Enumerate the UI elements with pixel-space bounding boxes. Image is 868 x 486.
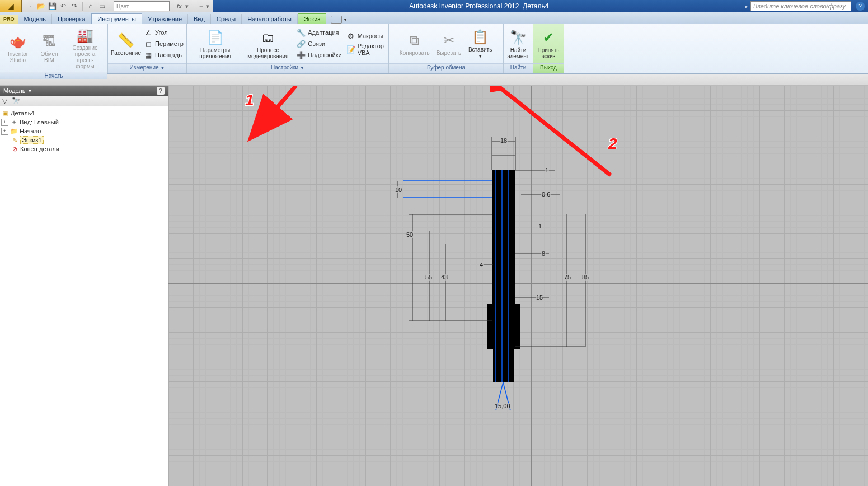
panel-settings: 📄Параметры приложения 🗂Процесс моделиров… bbox=[187, 24, 389, 73]
tab-check[interactable]: Проверка bbox=[52, 14, 91, 24]
dim-1b[interactable]: 1 bbox=[538, 223, 542, 230]
expand-icon[interactable]: + bbox=[1, 119, 8, 126]
ribbon: 🫖Inventor Studio 🏗Обмен BIM 🏭Создание пр… bbox=[0, 24, 868, 74]
macros-button[interactable]: ⚙Макросы bbox=[345, 31, 385, 41]
distance-button[interactable]: 📏Расстояние bbox=[111, 30, 140, 57]
redo-icon[interactable]: ↷ bbox=[70, 2, 79, 11]
dim-55[interactable]: 55 bbox=[425, 274, 433, 281]
macros-icon: ⚙ bbox=[346, 31, 355, 40]
expand-icon[interactable]: + bbox=[1, 128, 8, 135]
bim-icon: 🏗 bbox=[40, 32, 58, 50]
search-input[interactable]: Введите ключевое слово/фразу bbox=[750, 1, 851, 11]
mold-project-button[interactable]: 🏭Создание проекта пресс-формы bbox=[66, 25, 104, 71]
perimeter-button[interactable]: ◻Периметр bbox=[143, 39, 185, 49]
adaptation-button[interactable]: 🔧Адаптация bbox=[295, 27, 342, 38]
panel-title-measure[interactable]: Измерение▼ bbox=[108, 63, 186, 73]
view-icon: ⌖ bbox=[10, 118, 18, 126]
sketch-icon: ✎ bbox=[11, 136, 18, 144]
check-icon: ✔ bbox=[539, 29, 557, 46]
links-button[interactable]: 🔗Связи bbox=[295, 39, 342, 49]
new-icon[interactable]: ▫ bbox=[25, 2, 34, 11]
find-button[interactable]: 🔭Найти элемент bbox=[504, 27, 533, 60]
panel-title-clipboard: Буфер обмена bbox=[389, 63, 503, 73]
open-icon[interactable]: 📂 bbox=[36, 2, 45, 11]
tree-root[interactable]: ▣Деталь4 bbox=[1, 109, 167, 118]
panel-begin: 🫖Inventor Studio 🏗Обмен BIM 🏭Создание пр… bbox=[0, 24, 108, 73]
inventor-studio-button[interactable]: 🫖Inventor Studio bbox=[3, 31, 32, 64]
angle-button[interactable]: ∠Угол bbox=[143, 27, 185, 38]
dim-1500[interactable]: 15,00 bbox=[494, 403, 511, 409]
annotation-1: 1 bbox=[245, 91, 254, 109]
copy-icon: ⧉ bbox=[406, 31, 424, 49]
panel-title-begin: Начать bbox=[0, 72, 107, 79]
tree-origin[interactable]: +📁Начало bbox=[1, 127, 167, 135]
model-tree: ▣Деталь4 +⌖Вид: Главный +📁Начало ✎Эскиз1… bbox=[0, 106, 168, 156]
dim-43[interactable]: 43 bbox=[440, 274, 448, 281]
angle-icon: ∠ bbox=[144, 28, 153, 37]
find-small-icon[interactable]: 🔭 bbox=[12, 97, 20, 105]
tab-tools[interactable]: Инструменты bbox=[91, 13, 142, 24]
binoculars-icon: 🔭 bbox=[509, 29, 527, 46]
annotation-2: 2 bbox=[608, 135, 617, 153]
sketch-canvas[interactable]: 18 1 0,6 1 10 50 4 8 55 43 75 85 15 15,0… bbox=[168, 86, 868, 486]
tab-view[interactable]: Вид bbox=[188, 14, 211, 24]
panel-title-settings[interactable]: Настройки▼ bbox=[187, 63, 388, 73]
home-icon[interactable]: ⌂ bbox=[86, 2, 95, 11]
vba-button[interactable]: 📝Редактор VBA bbox=[345, 42, 385, 57]
filter-icon[interactable]: ▽ bbox=[2, 97, 7, 105]
stop-icon: ⊘ bbox=[11, 145, 18, 153]
tree-end[interactable]: ⊘Конец детали bbox=[1, 144, 167, 153]
tab-manage[interactable]: Управление bbox=[142, 14, 188, 24]
tab-model[interactable]: Модель bbox=[18, 14, 52, 24]
dim-85[interactable]: 85 bbox=[581, 274, 589, 281]
addins-button[interactable]: ➕Надстройки bbox=[295, 50, 342, 60]
select-icon[interactable]: ▭ bbox=[97, 2, 106, 11]
undo-icon[interactable]: ↶ bbox=[59, 2, 68, 11]
folder-icon: 📁 bbox=[10, 127, 18, 135]
dim-4[interactable]: 4 bbox=[479, 261, 484, 268]
browser-toolbar: ▽ 🔭 bbox=[0, 96, 168, 106]
tab-record[interactable]: ▾ bbox=[326, 16, 349, 24]
workspace: Модель▼? ▽ 🔭 ▣Деталь4 +⌖Вид: Главный +📁Н… bbox=[0, 86, 868, 486]
panel-title-exit: Выход bbox=[533, 63, 564, 73]
window-title: Autodesk Inventor Professional 2012 Дета… bbox=[213, 2, 745, 10]
titlebar: ◢ ▫ 📂 💾 ↶ ↷ ⌂ ▭ Цвет fx▾ — ＋ ▾ Autodesk … bbox=[0, 0, 868, 12]
color-selector[interactable]: Цвет bbox=[114, 1, 170, 11]
formula-bar[interactable]: fx▾ — ＋ ▾ bbox=[173, 0, 213, 12]
area-button[interactable]: ▦Площадь bbox=[143, 50, 185, 60]
panel-title-find: Найти bbox=[504, 63, 533, 73]
scissors-icon: ✂ bbox=[440, 31, 458, 49]
bim-exchange-button[interactable]: 🏗Обмен BIM bbox=[35, 31, 64, 64]
help-icon[interactable]: ? bbox=[856, 2, 865, 11]
tab-pro[interactable]: PRO bbox=[0, 15, 18, 24]
tree-sketch[interactable]: ✎Эскиз1 bbox=[1, 135, 167, 144]
dim-75[interactable]: 75 bbox=[564, 274, 571, 281]
tree-view[interactable]: +⌖Вид: Главный bbox=[1, 118, 167, 127]
tab-start[interactable]: Начало работы bbox=[242, 14, 298, 24]
docs-icon: 🗂 bbox=[259, 29, 277, 46]
browser-header[interactable]: Модель▼? bbox=[0, 86, 168, 96]
panel-exit: ✔Принять эскиз Выход bbox=[533, 24, 564, 73]
save-icon[interactable]: 💾 bbox=[48, 2, 57, 11]
app-menu-button[interactable]: ◢ bbox=[0, 0, 22, 12]
mold-icon: 🏭 bbox=[76, 26, 94, 44]
tab-env[interactable]: Среды bbox=[211, 14, 242, 24]
app-params-button[interactable]: 📄Параметры приложения bbox=[190, 27, 240, 60]
dim-06[interactable]: 0,6 bbox=[541, 191, 551, 198]
model-process-button[interactable]: 🗂Процесс моделирования bbox=[242, 27, 293, 60]
dim-50[interactable]: 50 bbox=[406, 231, 414, 238]
tab-sketch[interactable]: Эскиз bbox=[298, 13, 326, 24]
panel-clipboard: ⧉Копировать ✂Вырезать 📋Вставить▼ Буфер о… bbox=[389, 24, 504, 73]
dim-15[interactable]: 15 bbox=[536, 294, 543, 301]
dim-1a[interactable]: 1 bbox=[545, 167, 549, 174]
perimeter-icon: ◻ bbox=[144, 39, 153, 48]
accept-sketch-button[interactable]: ✔Принять эскиз bbox=[534, 27, 563, 60]
dim-18[interactable]: 18 bbox=[500, 137, 508, 144]
ribbon-tabs: PRO Модель Проверка Инструменты Управлен… bbox=[0, 12, 868, 24]
help-small-icon[interactable]: ? bbox=[157, 87, 165, 95]
cut-button[interactable]: ✂Вырезать bbox=[434, 30, 463, 57]
copy-button[interactable]: ⧉Копировать bbox=[397, 30, 432, 57]
dim-10[interactable]: 10 bbox=[395, 186, 402, 193]
dim-8[interactable]: 8 bbox=[541, 250, 546, 257]
paste-button[interactable]: 📋Вставить▼ bbox=[466, 27, 495, 60]
